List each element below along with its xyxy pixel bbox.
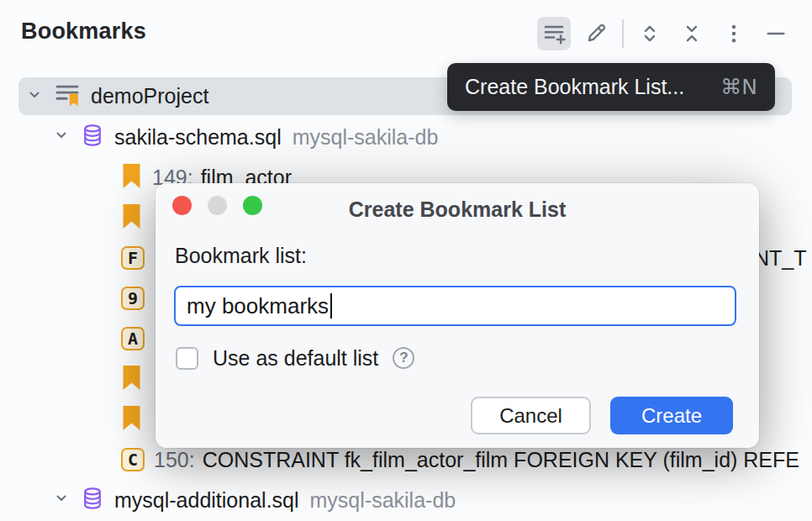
chevron-down-icon[interactable] [52, 489, 71, 511]
tooltip-label: Create Bookmark List... [465, 75, 684, 99]
tree-item-label: mysql-additional.sql [114, 488, 299, 513]
tree-row-mysql-additional[interactable]: mysql-additional.sql mysql-sakila-db [0, 480, 812, 520]
bookmark-line-number: 150: [154, 448, 195, 472]
tree-item-location: mysql-sakila-db [310, 488, 456, 513]
more-options-icon [721, 21, 746, 46]
hide-button[interactable] [759, 17, 793, 50]
mnemonic-bookmark-icon: A [121, 327, 145, 350]
mnemonic-bookmark-icon: C [121, 448, 145, 471]
bookmark-list-field-label: Bookmark list: [175, 244, 307, 268]
edit-button[interactable] [579, 17, 613, 50]
obscured-row-text-fragment: NT_T [754, 246, 807, 271]
create-button[interactable]: Create [610, 397, 733, 434]
chevron-down-icon[interactable] [25, 86, 44, 108]
create-bookmark-list-button[interactable] [537, 17, 571, 50]
bookmark-icon [120, 365, 143, 394]
collapse-all-icon [679, 21, 704, 46]
use-as-default-row: Use as default list ? [176, 345, 414, 371]
help-icon[interactable]: ? [393, 347, 414, 369]
tooltip-create-bookmark-list: Create Bookmark List... ⌘N [447, 63, 775, 111]
text-caret [330, 293, 332, 318]
bookmark-text: CONSTRAINT fk_film_actor_film FOREIGN KE… [203, 448, 799, 472]
tree-item-label: demoProject [91, 84, 208, 108]
chevron-down-icon[interactable] [52, 126, 71, 148]
expand-all-button[interactable] [633, 17, 667, 50]
bookmark-list-icon [53, 81, 82, 113]
bookmark-icon [120, 163, 143, 192]
toolbar [533, 17, 797, 50]
panel-title: Bookmarks [21, 18, 146, 45]
more-options-button[interactable] [717, 17, 751, 50]
bookmarks-tool-window: Bookmarks [0, 0, 812, 521]
create-bookmark-list-icon [541, 21, 567, 46]
collapse-all-button[interactable] [675, 17, 709, 50]
mnemonic-bookmark-icon: F [121, 246, 145, 270]
tree-row-sakila-schema[interactable]: sakila-schema.sql mysql-sakila-db [0, 117, 812, 157]
toolbar-divider [622, 19, 624, 48]
database-icon [80, 486, 105, 514]
input-value: my bookmarks [187, 293, 329, 319]
database-icon [80, 123, 105, 151]
tree-item-label: sakila-schema.sql [114, 125, 282, 150]
cancel-button[interactable]: Cancel [471, 397, 591, 434]
panel-header: Bookmarks [0, 0, 812, 66]
hide-icon [763, 21, 788, 46]
bookmark-icon [120, 405, 143, 434]
dialog-title: Create Bookmark List [156, 197, 759, 222]
tooltip-shortcut: ⌘N [720, 75, 757, 99]
use-as-default-label: Use as default list [213, 346, 378, 371]
dialog-buttons: Cancel Create [471, 397, 733, 434]
create-bookmark-list-dialog: Create Bookmark List Bookmark list: my b… [156, 183, 759, 448]
use-as-default-checkbox[interactable] [176, 347, 198, 370]
expand-all-icon [637, 21, 662, 46]
bookmark-list-name-input[interactable]: my bookmarks [174, 286, 736, 326]
tree-item-location: mysql-sakila-db [293, 125, 439, 150]
mnemonic-bookmark-icon: 9 [121, 287, 145, 310]
bookmark-icon [120, 203, 143, 233]
edit-icon [583, 21, 609, 46]
